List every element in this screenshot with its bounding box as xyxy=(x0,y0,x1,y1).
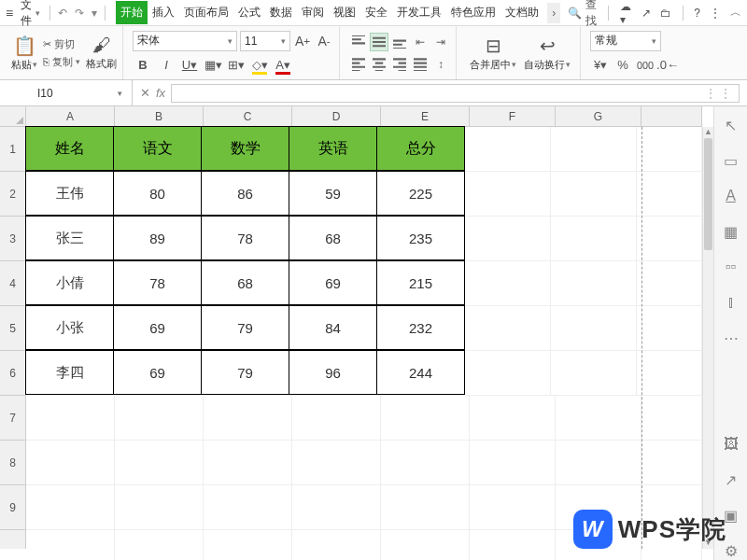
tab-3[interactable]: 公式 xyxy=(233,1,265,24)
cell-D9[interactable] xyxy=(292,485,381,530)
cell-G5[interactable] xyxy=(551,306,637,351)
cell-E4[interactable]: 215 xyxy=(376,260,465,305)
align-right-button[interactable] xyxy=(390,55,409,74)
cell-B3[interactable]: 89 xyxy=(113,216,202,260)
cell-D1[interactable]: 英语 xyxy=(289,126,377,171)
share-icon[interactable]: ↗ xyxy=(641,7,651,20)
cell-B6[interactable]: 69 xyxy=(113,350,202,395)
cell-A1[interactable]: 姓名 xyxy=(25,126,114,171)
increase-indent-button[interactable]: ⇥ xyxy=(431,33,450,51)
wrap-text-button[interactable]: ↩ 自动换行▾ xyxy=(520,35,574,72)
row-header-2[interactable]: 2 xyxy=(0,172,25,217)
cell-C7[interactable] xyxy=(204,396,292,441)
cell-G1[interactable] xyxy=(551,127,637,172)
row-header-3[interactable]: 3 xyxy=(0,217,25,261)
cell-C3[interactable]: 78 xyxy=(201,216,289,260)
save-icon[interactable]: 🗀 xyxy=(660,7,671,20)
format-painter-button[interactable]: 🖌 格式刷 xyxy=(86,35,117,71)
row-header-8[interactable]: 8 xyxy=(0,441,25,485)
cell-G3[interactable] xyxy=(551,217,637,261)
cell-D7[interactable] xyxy=(292,396,381,441)
redo-button[interactable]: ↷ xyxy=(73,7,86,20)
font-color-button[interactable]: A▾ xyxy=(273,55,293,76)
cell-D8[interactable] xyxy=(292,441,381,485)
cell-B7[interactable] xyxy=(115,396,204,441)
cell-C8[interactable] xyxy=(204,441,292,485)
col-header-D[interactable]: D xyxy=(292,106,381,126)
cell-A10[interactable] xyxy=(26,530,115,560)
col-header-F[interactable]: F xyxy=(470,106,556,126)
cell-C1[interactable]: 数学 xyxy=(201,126,289,171)
cell-F5[interactable] xyxy=(465,306,551,351)
decrease-indent-button[interactable]: ⇤ xyxy=(411,33,430,51)
align-top-button[interactable] xyxy=(349,33,368,51)
underline-button[interactable]: U▾ xyxy=(179,55,200,76)
cell-F2[interactable] xyxy=(465,172,551,217)
cell-B1[interactable]: 语文 xyxy=(113,126,202,171)
row-header-7[interactable]: 7 xyxy=(0,396,25,441)
scroll-up-icon[interactable]: ▲ xyxy=(703,127,713,138)
cell-B10[interactable] xyxy=(115,530,204,560)
row-header-6[interactable]: 6 xyxy=(0,351,25,396)
row-header-4[interactable]: 4 xyxy=(0,261,25,306)
cell-F1[interactable] xyxy=(465,127,551,172)
cell-A4[interactable]: 小倩 xyxy=(25,260,114,305)
col-header-C[interactable]: C xyxy=(204,106,292,126)
export-icon[interactable]: ↗ xyxy=(722,470,740,489)
tab-10[interactable]: 文档助 xyxy=(500,1,543,24)
col-header-A[interactable]: A xyxy=(26,106,115,126)
comma-button[interactable]: 000 xyxy=(635,55,655,76)
cell-B4[interactable]: 78 xyxy=(113,260,202,305)
collapse-ribbon-icon[interactable]: ︿ xyxy=(730,5,741,21)
col-header-E[interactable]: E xyxy=(381,106,470,126)
fill-color-button[interactable]: ◇▾ xyxy=(249,55,270,76)
number-format-select[interactable]: 常规▾ xyxy=(590,31,661,51)
cut-button[interactable]: ✂剪切 xyxy=(43,37,80,51)
paste-button[interactable]: 📋 粘贴▾ xyxy=(9,35,39,72)
cell-C2[interactable]: 86 xyxy=(201,171,289,216)
cell-D4[interactable]: 69 xyxy=(289,260,377,305)
orientation-button[interactable]: ↕ xyxy=(431,55,450,74)
cell-F10[interactable] xyxy=(470,530,556,560)
increase-font-button[interactable]: A+ xyxy=(293,31,312,51)
cell-F4[interactable] xyxy=(465,261,551,306)
cell-F6[interactable] xyxy=(465,351,551,396)
cell-C10[interactable] xyxy=(204,530,292,560)
cell-A6[interactable]: 李四 xyxy=(25,350,114,395)
chart-tool-icon[interactable]: ⫿ xyxy=(722,293,740,312)
cell-G6[interactable] xyxy=(551,351,637,396)
more-tools-icon[interactable]: ⋯ xyxy=(722,329,740,347)
cell-A5[interactable]: 小张 xyxy=(25,305,114,350)
cell-E10[interactable] xyxy=(381,530,470,560)
italic-button[interactable]: I xyxy=(156,55,176,76)
cloud-icon[interactable]: ☁▾ xyxy=(620,0,632,26)
cell-B5[interactable]: 69 xyxy=(113,305,202,350)
tab-7[interactable]: 安全 xyxy=(360,1,392,24)
cell-B9[interactable] xyxy=(115,485,204,530)
cell-G4[interactable] xyxy=(551,261,637,306)
scroll-thumb[interactable] xyxy=(704,138,712,250)
cell-E5[interactable]: 232 xyxy=(376,305,465,350)
cell-G7[interactable] xyxy=(556,396,641,441)
cell-E6[interactable]: 244 xyxy=(376,350,465,395)
fx-icon[interactable]: fx xyxy=(156,86,165,100)
apps-icon[interactable]: ▫▫ xyxy=(722,258,740,276)
currency-button[interactable]: ¥▾ xyxy=(590,55,611,76)
align-left-button[interactable] xyxy=(349,55,368,74)
cell-F8[interactable] xyxy=(470,441,556,485)
cursor-tool-icon[interactable]: ↖ xyxy=(722,116,740,134)
cell-G2[interactable] xyxy=(551,172,637,217)
cell-E2[interactable]: 225 xyxy=(376,171,465,216)
tab-1[interactable]: 插入 xyxy=(148,1,179,24)
cell-C5[interactable]: 79 xyxy=(201,305,289,350)
cell-C9[interactable] xyxy=(204,485,292,530)
borders-button[interactable]: ▦▾ xyxy=(203,55,223,76)
tabs-overflow[interactable]: › xyxy=(547,3,560,23)
merge-center-button[interactable]: ⊟ 合并居中▾ xyxy=(466,35,520,72)
cell-E1[interactable]: 总分 xyxy=(376,126,465,171)
more-icon[interactable]: ⋮ xyxy=(710,7,721,20)
app-menu-icon[interactable]: ≡ xyxy=(6,6,13,21)
undo-button[interactable]: ↶ xyxy=(56,7,69,20)
cell-D2[interactable]: 59 xyxy=(289,171,377,216)
history-dropdown[interactable]: ▾ xyxy=(90,7,99,20)
